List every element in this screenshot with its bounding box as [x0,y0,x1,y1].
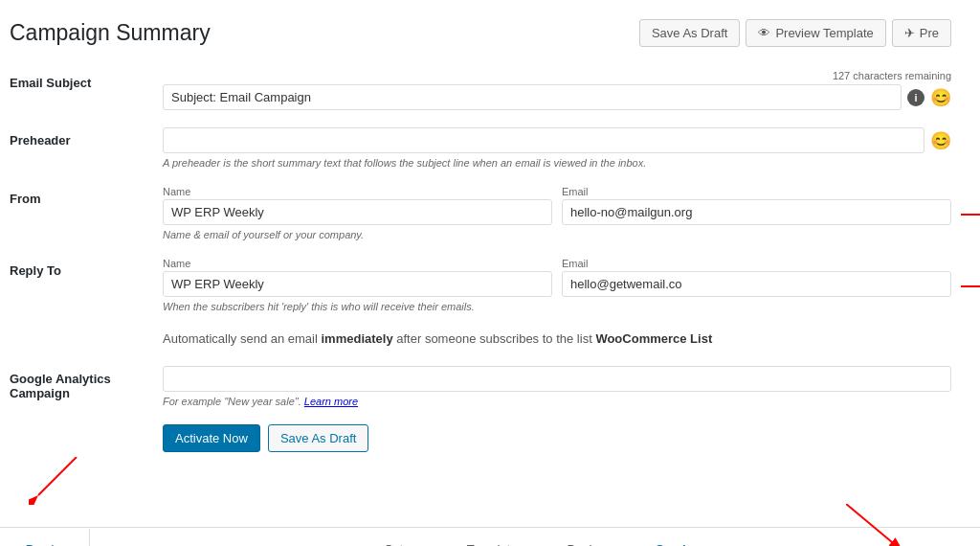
reply-to-hint: When the subscribers hit 'reply' this is… [163,301,951,312]
red-arrow-bottom-left [29,457,86,505]
auto-send-text: Automatically send an email immediately … [163,330,951,349]
step-template-label[interactable]: Template [444,529,541,547]
from-hint: Name & email of yourself or your company… [163,229,951,240]
bottom-buttons: Activate Now Save As Draft [163,424,951,452]
save-as-draft-button-bottom[interactable]: Save As Draft [268,424,368,452]
from-email-small-label: Email [562,186,951,197]
from-section: From Name Email Name & email of yourself… [10,186,951,240]
google-analytics-hint: For example "New year sale". Learn more [163,396,951,407]
from-field-group: Name Email Name & email of yourself or y… [163,186,951,240]
red-arrow-from [961,195,980,234]
from-email-input[interactable] [562,199,951,225]
step-design-label[interactable]: Design [544,529,628,547]
footer-nav: « Previous Setup › Template › Design › S… [0,527,980,547]
email-subject-input-row: i 😊 [163,84,951,110]
preheader-hint: A preheader is the short summary text th… [163,157,951,169]
save-as-draft-button-top[interactable]: Save As Draft [639,19,740,47]
preview-template-button[interactable]: 👁 Preview Template [746,19,885,47]
reply-to-name-col: Name [163,258,552,297]
reply-to-label: Reply To [10,258,163,278]
reply-to-name-input[interactable] [163,271,552,297]
red-arrow-reply [961,267,980,306]
reply-to-section: Reply To Name Email When the subscribers… [10,258,951,312]
reply-to-email-input[interactable] [562,271,951,297]
info-icon[interactable]: i [907,89,924,106]
emoji-icon[interactable]: 😊 [930,87,951,108]
send-icon: ✈ [904,26,915,40]
reply-to-email-small-label: Email [562,258,951,269]
email-subject-section: Email Subject 127 characters remaining i… [10,70,951,110]
email-subject-field-group: 127 characters remaining i 😊 [163,70,951,110]
from-label: From [10,186,163,206]
preheader-field-group: 😊 A preheader is the short summary text … [163,127,951,169]
step-send[interactable]: Send [633,529,709,547]
reply-to-name-small-label: Name [163,258,552,269]
google-analytics-label: Google Analytics Campaign [10,366,163,400]
preheader-label: Preheader [10,127,163,148]
learn-more-link[interactable]: Learn more [304,396,358,407]
chars-remaining: 127 characters remaining [163,70,951,81]
reply-to-email-col: Email [562,258,951,297]
step-setup[interactable]: Setup › [362,529,444,547]
preheader-input[interactable] [163,127,924,153]
preheader-section: Preheader 😊 A preheader is the short sum… [10,127,951,169]
from-name-email-row: Name Email [163,186,951,225]
pre-button[interactable]: ✈ Pre [892,19,951,47]
header-buttons: Save As Draft 👁 Preview Template ✈ Pre [639,19,951,47]
preheader-emoji-icon[interactable]: 😊 [930,130,951,151]
previous-button[interactable]: « Previous [0,529,90,547]
eye-icon: 👁 [758,26,770,40]
page-title: Campaign Summary [10,20,211,46]
step-send-label[interactable]: Send [633,529,709,547]
svg-line-5 [38,457,77,495]
reply-to-name-email-row: Name Email [163,258,951,297]
step-setup-label[interactable]: Setup [362,529,440,547]
reply-to-field-group: Name Email When the subscribers hit 'rep… [163,258,951,312]
google-analytics-input[interactable] [163,366,951,392]
google-analytics-section: Google Analytics Campaign For example "N… [10,366,951,407]
preheader-input-row: 😊 [163,127,951,153]
activate-now-button[interactable]: Activate Now [163,424,260,452]
email-subject-input[interactable] [163,84,902,110]
from-email-col: Email [562,186,951,225]
red-arrow-bottom-right [846,504,923,547]
google-analytics-field-group: For example "New year sale". Learn more [163,366,951,407]
step-design[interactable]: Design › [544,529,632,547]
from-name-small-label: Name [163,186,552,197]
from-name-col: Name [163,186,552,225]
step-template[interactable]: Template › [444,529,545,547]
email-subject-label: Email Subject [10,70,163,90]
svg-line-7 [846,504,903,547]
from-name-input[interactable] [163,199,552,225]
